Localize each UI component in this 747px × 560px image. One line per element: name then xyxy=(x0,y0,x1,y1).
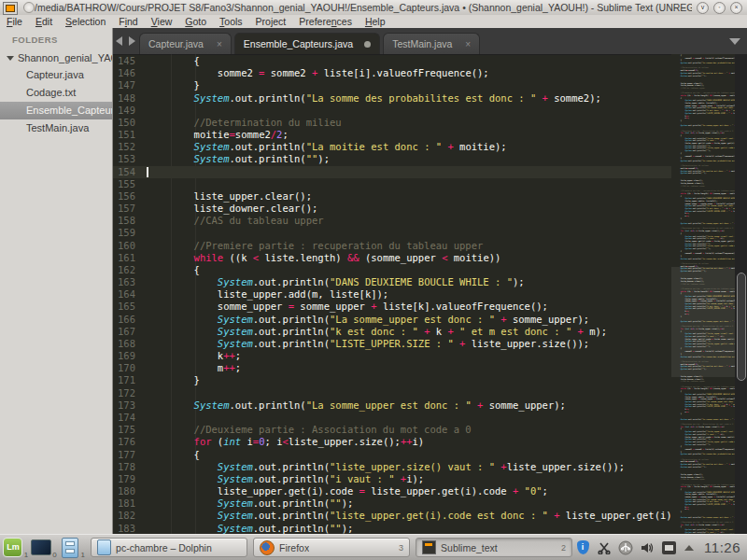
line-number[interactable]: 152 xyxy=(113,141,147,153)
line-number[interactable]: 155 xyxy=(113,178,147,190)
line-number[interactable]: 158 xyxy=(113,215,147,227)
tab-overflow-icon[interactable] xyxy=(729,38,740,45)
file-manager-button[interactable] xyxy=(60,538,80,558)
line-number[interactable]: 149 xyxy=(113,105,147,117)
line-number[interactable]: 164 xyxy=(113,288,147,301)
task-firefox[interactable]: Firefox 3 xyxy=(253,538,410,557)
code-line[interactable]: 183 System.out.println(""); xyxy=(113,523,671,534)
code-line[interactable]: 151 moitie=somme2/2; xyxy=(113,129,671,141)
code-line[interactable]: 148 System.out.println("La somme des pro… xyxy=(113,92,671,105)
code-line[interactable]: 166 System.out.println("La somme_upper e… xyxy=(113,314,671,326)
code-line[interactable]: 176 for (int i=0; i<liste_upper.size();+… xyxy=(113,436,671,448)
tab-ensemble_capteurs.java[interactable]: Ensemble_Capteurs.java xyxy=(234,33,380,54)
sidebar-item-codage.txt[interactable]: Codage.txt xyxy=(0,84,112,102)
code-line[interactable]: 147 } xyxy=(113,79,671,91)
task-sublime[interactable]: Sublime_text 2 xyxy=(416,538,572,557)
sidebar-item-ensemble_capteurs[interactable]: Ensemble_Capteurs xyxy=(0,102,112,119)
line-number[interactable]: 160 xyxy=(113,240,147,252)
line-number[interactable]: 148 xyxy=(113,92,147,105)
update-shield-icon[interactable]: i xyxy=(575,540,590,555)
code-line[interactable]: 173 System.out.println("La somme_upper e… xyxy=(113,399,671,412)
tab-close-icon[interactable]: × xyxy=(465,39,471,49)
line-number[interactable]: 183 xyxy=(113,523,147,534)
line-number[interactable]: 165 xyxy=(113,301,147,313)
code-line[interactable]: 159 xyxy=(113,227,671,239)
code-line[interactable]: 153 System.out.println(""); xyxy=(113,153,671,165)
code-line[interactable]: 158 //CAS du tableau upper xyxy=(113,215,671,227)
line-number[interactable]: 170 xyxy=(113,362,147,374)
code-line[interactable]: 146 somme2 = somme2 + liste[i].valueofFr… xyxy=(113,67,671,79)
line-number[interactable]: 178 xyxy=(113,461,147,473)
close-button[interactable]: × xyxy=(730,2,742,14)
code-line[interactable]: 179 System.out.println("i vaut : " +i); xyxy=(113,473,671,485)
code-line[interactable]: 177 { xyxy=(113,449,671,461)
clipboard-scissors-icon[interactable] xyxy=(597,540,612,555)
line-number[interactable]: 172 xyxy=(113,387,147,399)
sidebar-item-testmain.java[interactable]: TestMain.java xyxy=(0,119,112,137)
line-number[interactable]: 182 xyxy=(113,510,147,522)
menu-project[interactable]: Project xyxy=(249,15,293,28)
scrollbar-thumb[interactable] xyxy=(737,273,746,381)
line-number[interactable]: 181 xyxy=(113,497,147,510)
pin-window-button[interactable] xyxy=(23,2,35,13)
code-line[interactable]: 164 liste_upper.add(m, liste[k]); xyxy=(113,288,671,301)
code-line[interactable]: 175 //Deuxieme partie : Association du m… xyxy=(113,424,671,436)
line-number[interactable]: 157 xyxy=(113,203,147,215)
menu-edit[interactable]: Edit xyxy=(29,15,59,28)
line-number[interactable]: 168 xyxy=(113,338,147,350)
menu-goto[interactable]: Goto xyxy=(178,15,213,28)
line-number[interactable]: 151 xyxy=(113,129,147,141)
tab-scroll-left-icon[interactable] xyxy=(116,36,122,46)
code-line[interactable]: 169 k++; xyxy=(113,350,671,362)
line-number[interactable]: 156 xyxy=(113,190,147,203)
line-number[interactable]: 161 xyxy=(113,252,147,264)
mint-menu-button[interactable]: Lm xyxy=(3,538,23,558)
code-line[interactable]: 149 xyxy=(113,105,671,117)
code-line[interactable]: 181 System.out.println(""); xyxy=(113,497,671,510)
line-number[interactable]: 171 xyxy=(113,374,147,386)
code-line[interactable]: 155 xyxy=(113,178,671,190)
vertical-scrollbar[interactable] xyxy=(735,54,747,534)
code-line[interactable]: 178 System.out.println("liste_upper.size… xyxy=(113,461,671,473)
menu-file[interactable]: File xyxy=(0,15,29,28)
code-line[interactable]: 157 liste_downer.clear(); xyxy=(113,203,671,215)
minimize-button[interactable]: ∨ xyxy=(697,2,709,14)
code-line[interactable]: 150 //Determination du milieu xyxy=(113,117,671,129)
code-line[interactable]: 163 System.out.println("DANS DEUXIEME BO… xyxy=(113,276,671,288)
line-number[interactable]: 174 xyxy=(113,412,147,424)
code-area[interactable]: 145 {146 somme2 = somme2 + liste[i].valu… xyxy=(113,54,747,534)
line-number[interactable]: 159 xyxy=(113,227,147,239)
tab-capteur.java[interactable]: Capteur.java× xyxy=(139,33,232,54)
code-line[interactable]: 182 System.out.println("liste_upper.get(… xyxy=(113,510,671,522)
menu-help[interactable]: Help xyxy=(359,15,392,28)
code-line[interactable]: 168 System.out.println("LISTE_UPPER.SIZE… xyxy=(113,338,671,350)
code-line[interactable]: 174 xyxy=(113,412,671,424)
sidebar-folder-root[interactable]: Shannon_genial_YAOUH! xyxy=(0,49,112,66)
menu-selection[interactable]: Selection xyxy=(59,15,112,28)
line-number[interactable]: 175 xyxy=(113,424,147,436)
maximize-button[interactable]: ◦ xyxy=(713,2,726,14)
line-number[interactable]: 163 xyxy=(113,276,147,288)
code-lines[interactable]: 145 {146 somme2 = somme2 + liste[i].valu… xyxy=(113,55,671,534)
line-number[interactable]: 180 xyxy=(113,485,147,497)
code-line[interactable]: 152 System.out.println("La moitie est do… xyxy=(113,141,671,153)
line-number[interactable]: 145 xyxy=(113,55,147,67)
menu-view[interactable]: View xyxy=(145,15,179,28)
print-queue-icon[interactable] xyxy=(661,540,676,555)
code-line[interactable]: 160 //Premiere partie : recuperation du … xyxy=(113,240,671,252)
code-line[interactable]: 156 liste_upper.clear(); xyxy=(113,190,671,203)
code-line[interactable]: 145 { xyxy=(113,55,671,67)
code-line[interactable]: 167 System.out.println("k est donc : " +… xyxy=(113,326,671,338)
minimap[interactable]: { somme2 = somme2 + liste[i].valueofFreq… xyxy=(671,54,735,534)
panel-expander-icon[interactable] xyxy=(684,545,694,551)
line-number[interactable]: 147 xyxy=(113,79,147,91)
line-number[interactable]: 166 xyxy=(113,314,147,326)
code-line[interactable]: 172 xyxy=(113,387,671,399)
code-line[interactable]: 161 while ((k < liste.length) && (somme_… xyxy=(113,252,671,264)
tab-close-icon[interactable]: × xyxy=(217,39,222,49)
code-line[interactable]: 154 xyxy=(113,166,671,178)
tab-testmain.java[interactable]: TestMain.java× xyxy=(383,33,480,54)
sidebar-item-capteur.java[interactable]: Capteur.java xyxy=(0,66,112,84)
line-number[interactable]: 179 xyxy=(113,473,147,485)
volume-icon[interactable] xyxy=(640,540,655,555)
